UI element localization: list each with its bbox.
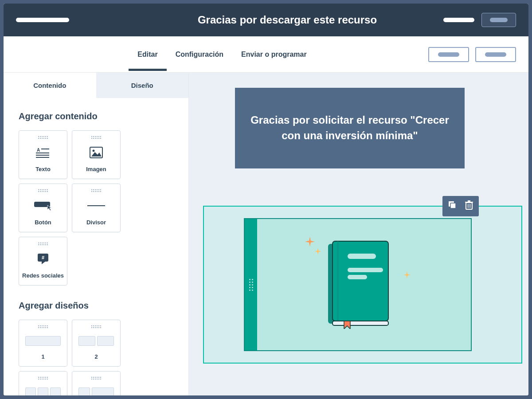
svg-rect-12 xyxy=(450,203,456,208)
topbar-text-placeholder xyxy=(443,18,474,22)
content-tile-button[interactable]: Botón xyxy=(19,184,67,232)
svg-text:#: # xyxy=(42,255,44,260)
svg-rect-24 xyxy=(332,321,388,325)
layout-tile-1[interactable]: 1 xyxy=(19,320,67,367)
tile-label: Texto xyxy=(35,166,51,172)
content-tile-social[interactable]: # Redes sociales xyxy=(19,237,67,286)
section-title-content: Agregar contenido xyxy=(19,111,173,121)
svg-rect-15 xyxy=(468,200,470,202)
tile-label: 1 xyxy=(41,353,44,360)
email-headline[interactable]: Gracias por solicitar el recurso "Crecer… xyxy=(235,88,465,168)
layout-tile-3[interactable]: 3 xyxy=(19,371,67,395)
svg-rect-14 xyxy=(465,202,473,203)
svg-rect-4 xyxy=(36,157,49,158)
layout-tile-1-2[interactable]: 1/3 : 2/3 xyxy=(72,371,121,395)
sidebar: Contenido Diseño Agregar contenido A Tex… xyxy=(4,73,189,395)
nav-action-button-1[interactable] xyxy=(428,47,469,62)
svg-rect-3 xyxy=(36,155,49,156)
topbar-left-placeholder xyxy=(16,18,131,22)
tile-label: 2 xyxy=(94,353,98,360)
sidebar-tab-design[interactable]: Diseño xyxy=(96,73,189,98)
button-icon xyxy=(34,192,52,219)
svg-rect-13 xyxy=(466,203,472,209)
svg-rect-17 xyxy=(470,204,471,208)
tile-label: Redes sociales xyxy=(22,272,64,279)
content-tile-divider[interactable]: Divisor xyxy=(72,184,121,232)
email-canvas: Gracias por solicitar el recurso "Crecer… xyxy=(189,73,528,395)
delete-icon[interactable] xyxy=(465,200,473,212)
selected-module-frame xyxy=(203,206,522,364)
svg-rect-20 xyxy=(337,241,339,321)
text-icon: A xyxy=(36,139,50,166)
section-title-layouts: Agregar diseños xyxy=(19,301,173,311)
svg-rect-8 xyxy=(87,205,105,206)
image-icon xyxy=(90,139,103,166)
email-preview: Gracias por solicitar el recurso "Crecer… xyxy=(235,88,465,168)
sidebar-tab-content[interactable]: Contenido xyxy=(4,73,96,98)
svg-point-6 xyxy=(93,149,95,152)
topbar-action-button[interactable] xyxy=(481,13,516,27)
module-toolbar xyxy=(442,196,479,216)
module-drag-handle[interactable] xyxy=(245,219,257,350)
content-tile-text[interactable]: A Texto xyxy=(19,130,67,179)
tile-label: Divisor xyxy=(86,219,106,226)
tile-label: Botón xyxy=(35,219,51,226)
social-icon: # xyxy=(36,245,50,272)
content-tile-image[interactable]: Imagen xyxy=(72,130,121,179)
secondary-nav: Editar Configuración Enviar o programar xyxy=(4,36,528,73)
svg-rect-19 xyxy=(332,241,388,321)
page-title: Gracias por descargar este recurso xyxy=(131,14,443,26)
layout-tile-2[interactable]: 2 xyxy=(72,320,121,367)
svg-rect-16 xyxy=(468,204,469,208)
svg-rect-22 xyxy=(348,268,383,272)
svg-text:A: A xyxy=(37,148,40,153)
nav-action-button-2[interactable] xyxy=(475,47,516,62)
book-illustration xyxy=(325,240,391,329)
svg-rect-2 xyxy=(36,153,49,153)
clone-icon[interactable] xyxy=(448,200,457,212)
divider-icon xyxy=(87,192,105,219)
svg-rect-23 xyxy=(348,275,367,279)
top-bar: Gracias por descargar este recurso xyxy=(4,4,528,36)
image-module-selected[interactable] xyxy=(244,218,472,351)
tab-edit[interactable]: Editar xyxy=(137,38,157,71)
svg-rect-1 xyxy=(41,149,49,149)
tab-settings[interactable]: Configuración xyxy=(176,38,223,71)
tile-label: Imagen xyxy=(86,166,106,172)
tab-send[interactable]: Enviar o programar xyxy=(241,38,307,71)
svg-rect-21 xyxy=(348,254,376,259)
